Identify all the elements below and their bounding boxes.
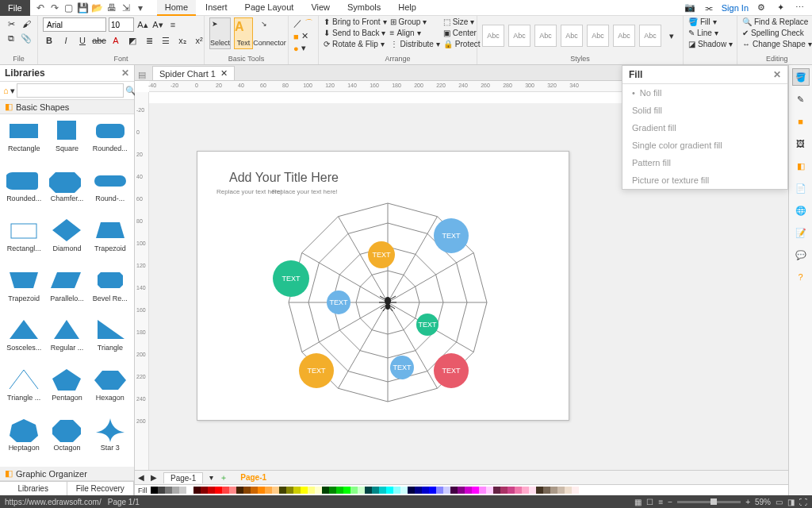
underline-icon[interactable]: U xyxy=(76,34,89,47)
page-tab-menu-icon[interactable]: ▾ xyxy=(209,473,213,482)
color-swatch[interactable] xyxy=(286,487,293,494)
color-swatch[interactable] xyxy=(443,487,450,494)
chart-node-4[interactable]: TEXT xyxy=(416,314,439,336)
right-tab-fill-icon[interactable]: 🪣 xyxy=(792,68,810,86)
chart-node-1[interactable]: TEXT xyxy=(368,241,395,268)
shrink-font-icon[interactable]: A▾ xyxy=(151,18,164,31)
rect-shape-icon[interactable]: ■ xyxy=(293,32,299,41)
color-swatch[interactable] xyxy=(400,487,408,494)
add-page-icon[interactable]: ＋ xyxy=(220,472,228,483)
color-swatch[interactable] xyxy=(386,487,393,494)
color-swatch[interactable] xyxy=(172,487,179,494)
new-icon[interactable]: ▢ xyxy=(63,2,75,13)
color-swatch[interactable] xyxy=(336,487,343,494)
chart-node-6[interactable]: TEXT xyxy=(390,356,414,379)
color-swatch[interactable] xyxy=(486,487,493,494)
shape-tri2[interactable]: Regular ... xyxy=(46,317,87,364)
numbering-icon[interactable]: ☰ xyxy=(159,34,172,47)
page-tab-2[interactable]: Page-1 xyxy=(234,472,273,483)
color-swatch[interactable] xyxy=(358,487,365,494)
page-tab-1[interactable]: Page-1 xyxy=(163,472,203,483)
fill-option-nofill[interactable]: • No fill xyxy=(622,84,787,102)
color-swatch[interactable] xyxy=(193,487,201,494)
color-swatch[interactable] xyxy=(322,487,329,494)
shape-rframe[interactable]: Rectangl... xyxy=(3,217,44,264)
shape-sq[interactable]: Square xyxy=(46,117,87,164)
select-tool[interactable]: ➤Select xyxy=(209,17,231,49)
shape-pill[interactable]: Round-... xyxy=(90,167,131,214)
right-tab-page-icon[interactable]: 📄 xyxy=(792,179,810,197)
color-swatch[interactable] xyxy=(422,487,429,494)
color-swatch[interactable] xyxy=(208,487,215,494)
color-swatch[interactable] xyxy=(236,487,243,494)
overflow-icon[interactable]: ⋯ xyxy=(793,2,806,14)
color-swatch[interactable] xyxy=(572,487,579,494)
library-section-graphic[interactable]: ◧ Graphic Organizer xyxy=(0,467,134,481)
menu-view[interactable]: View xyxy=(303,0,338,16)
color-swatch[interactable] xyxy=(315,487,322,494)
shape-hept[interactable]: Heptagon xyxy=(3,417,44,464)
spelling-button[interactable]: ✔ Spelling Check xyxy=(742,29,812,37)
shape-star3[interactable]: Star 3 xyxy=(90,417,131,464)
shape-rr[interactable]: Rounded... xyxy=(90,117,131,164)
right-tab-line-icon[interactable]: ✎ xyxy=(792,90,810,108)
fill-button[interactable]: 🪣 Fill ▾ xyxy=(688,17,733,26)
cross-shape-icon[interactable]: ✕ xyxy=(301,31,308,41)
color-swatch[interactable] xyxy=(229,487,236,494)
redo-icon[interactable]: ↷ xyxy=(49,2,60,13)
color-swatch[interactable] xyxy=(329,487,336,494)
chart-node-3[interactable]: TEXT xyxy=(327,291,350,314)
view-mode-icon[interactable]: ▦ xyxy=(634,498,642,506)
share-icon[interactable]: ⫘ xyxy=(703,2,715,14)
close-libraries-icon[interactable]: ✕ xyxy=(121,67,129,79)
right-tab-picture-icon[interactable]: 🖼 xyxy=(792,135,810,152)
chart-node-0[interactable]: TEXT xyxy=(434,218,469,253)
color-swatch[interactable] xyxy=(222,487,229,494)
gear-icon[interactable]: ⚙ xyxy=(755,2,768,14)
shape-tri3[interactable]: Triangle xyxy=(90,317,131,364)
undo-icon[interactable]: ↶ xyxy=(35,2,46,13)
color-swatch[interactable] xyxy=(372,487,379,494)
color-swatch[interactable] xyxy=(450,487,458,494)
shape-ch[interactable]: Chamfer... xyxy=(46,167,87,214)
style-preset-1[interactable]: Abc xyxy=(482,25,504,47)
color-swatch[interactable] xyxy=(272,487,279,494)
color-swatch[interactable] xyxy=(515,487,522,494)
close-fill-popup-icon[interactable]: ✕ xyxy=(773,69,781,80)
page-next-icon[interactable]: ▶ xyxy=(151,473,157,482)
shape-pent[interactable]: Pentagon xyxy=(46,367,87,414)
more-shapes-icon[interactable]: ▾ xyxy=(301,43,306,53)
library-section-basic[interactable]: ◧ Basic Shapes xyxy=(0,100,134,114)
color-swatch[interactable] xyxy=(536,487,543,494)
color-swatch[interactable] xyxy=(436,487,443,494)
color-swatch[interactable] xyxy=(393,487,400,494)
style-preset-7[interactable]: Abc xyxy=(639,25,661,47)
zoom-in-icon[interactable]: + xyxy=(745,498,750,506)
shape-hex[interactable]: Hexagon xyxy=(90,367,131,414)
change-shape-button[interactable]: ↔ Change Shape ▾ xyxy=(742,40,812,48)
copy-icon[interactable]: ⧉ xyxy=(5,32,17,44)
bold-icon[interactable]: B xyxy=(43,34,56,47)
color-swatch[interactable] xyxy=(201,487,208,494)
color-swatch[interactable] xyxy=(557,487,565,494)
find-replace-button[interactable]: 🔍 Find & Replace xyxy=(742,17,812,26)
home-icon[interactable]: ⌂ xyxy=(3,86,9,95)
fill-option-pattern[interactable]: Pattern fill xyxy=(622,154,787,171)
color-swatch[interactable] xyxy=(543,487,550,494)
library-search-input[interactable] xyxy=(17,83,124,98)
color-swatch[interactable] xyxy=(279,487,286,494)
shape-tri4[interactable]: Triangle ... xyxy=(3,367,44,414)
fullscreen-icon[interactable]: ⛶ xyxy=(799,498,807,506)
fit-width-icon[interactable]: ◨ xyxy=(787,498,795,506)
style-preset-5[interactable]: Abc xyxy=(587,25,609,47)
color-swatch[interactable] xyxy=(179,487,186,494)
circle-shape-icon[interactable]: ● xyxy=(293,44,299,53)
color-swatch[interactable] xyxy=(500,487,508,494)
open-icon[interactable]: 📂 xyxy=(92,2,103,13)
line-button[interactable]: ✎ Line ▾ xyxy=(688,29,733,37)
shape-tz[interactable]: Trapezoid xyxy=(90,217,131,264)
tab-libraries[interactable]: Libraries xyxy=(0,482,67,495)
sign-in-link[interactable]: Sign In xyxy=(722,3,749,13)
menu-help[interactable]: Help xyxy=(390,0,424,16)
fill-option-picture[interactable]: Picture or texture fill xyxy=(622,171,787,189)
